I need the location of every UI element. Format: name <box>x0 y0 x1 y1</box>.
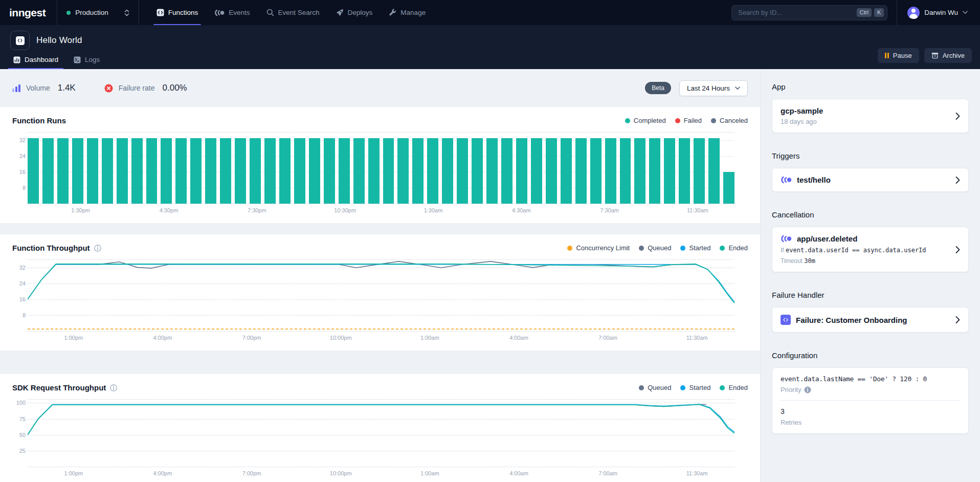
legend-dot <box>720 246 725 251</box>
chevron-right-icon <box>955 176 960 184</box>
legend-dot <box>639 385 644 390</box>
function-runs-panel: Function Runs CompletedFailedCanceled 81… <box>0 107 760 223</box>
y-axis-tick: 32 <box>15 137 26 143</box>
pause-button[interactable]: Pause <box>878 48 919 63</box>
legend-dot <box>720 385 725 390</box>
info-icon[interactable] <box>110 384 117 391</box>
info-icon[interactable] <box>94 245 101 252</box>
tab-dashboard[interactable]: Dashboard <box>8 51 63 69</box>
legend-dot <box>680 246 685 251</box>
y-axis-tick: 16 <box>15 169 26 175</box>
user-menu[interactable]: Darwin Wu <box>897 0 980 25</box>
chart-title: SDK Request Throughput <box>12 383 106 392</box>
x-axis-tick: 4:30am <box>512 207 531 213</box>
section-heading-app: App <box>772 82 969 91</box>
x-axis-tick: 11:30am <box>686 470 708 476</box>
title-row: Hello World <box>0 25 980 50</box>
divider <box>781 400 960 401</box>
bar <box>57 138 69 204</box>
bar <box>472 138 483 204</box>
chevron-up-down-icon <box>124 9 129 16</box>
x-axis-tick: 10:00pm <box>330 470 352 476</box>
bar <box>42 138 54 204</box>
chart-legend: Concurrency LimitQueuedStartedEnded <box>567 244 748 252</box>
retries-label: Retries <box>781 419 960 426</box>
chart-legend: QueuedStartedEnded <box>639 384 748 391</box>
x-axis-tick: 11:30am <box>686 335 708 341</box>
chevron-right-icon <box>955 112 960 120</box>
failure-handler-card[interactable]: Failure: Customer Onboarding <box>772 307 969 333</box>
series-line <box>28 405 734 435</box>
bar <box>72 138 83 204</box>
main-content: Volume 1.4K Failure rate 0.00% Beta Last… <box>0 69 980 482</box>
divider <box>139 0 139 25</box>
details-sidebar: App gcp-sample 18 days ago Triggers test… <box>761 69 980 482</box>
bar-series <box>28 132 734 204</box>
pause-icon <box>885 53 889 58</box>
bar <box>175 138 187 204</box>
series-line <box>28 404 734 435</box>
legend-item: Started <box>680 384 710 391</box>
cancellation-condition: If event.data.userId == async.data.userI… <box>781 247 960 254</box>
events-icon <box>214 9 225 16</box>
event-icon <box>781 235 792 243</box>
line-chart <box>28 399 734 467</box>
legend-dot <box>639 246 644 251</box>
legend-dot <box>625 118 630 123</box>
app-section: App gcp-sample 18 days ago <box>772 82 969 133</box>
series-line <box>28 405 706 435</box>
app-card[interactable]: gcp-sample 18 days ago <box>772 99 969 133</box>
trigger-event-name: test/hello <box>797 176 831 184</box>
nav-item-events[interactable]: Events <box>207 0 257 25</box>
x-axis-tick: 7:00am <box>598 470 617 476</box>
x-axis-tick: 4:00pm <box>153 470 172 476</box>
info-filled-icon[interactable] <box>804 386 811 393</box>
bar <box>575 138 587 204</box>
cancellation-timeout-value: 30m <box>804 257 815 265</box>
x-axis-tick: 1:30am <box>424 207 443 213</box>
bar <box>250 138 261 204</box>
time-range-dropdown[interactable]: Last 24 Hours <box>679 80 748 96</box>
nav-item-functions[interactable]: Functions <box>149 0 206 25</box>
bar <box>516 138 527 204</box>
legend-item: Failed <box>675 117 702 124</box>
bar <box>590 138 602 204</box>
legend-item: Canceled <box>711 117 748 124</box>
bar <box>117 138 128 204</box>
x-axis-tick: 7:00am <box>598 335 617 341</box>
bar <box>397 138 409 204</box>
functions-icon <box>157 9 164 16</box>
volume-label: Volume <box>26 84 50 92</box>
trigger-card[interactable]: test/hello <box>772 168 969 192</box>
nav-item-event-search[interactable]: Event Search <box>259 0 327 25</box>
bar <box>605 138 616 204</box>
bar <box>264 138 276 204</box>
cancellation-card[interactable]: app/user.deleted If event.data.userId ==… <box>772 227 969 272</box>
bar <box>457 138 468 204</box>
environment-selector[interactable]: Production <box>57 0 139 25</box>
beta-badge: Beta <box>645 82 671 94</box>
legend-dot <box>567 246 572 251</box>
search-input[interactable] <box>738 9 854 16</box>
nav-spacer <box>433 0 731 25</box>
bar <box>220 138 231 204</box>
bar <box>486 138 498 204</box>
nav-item-deploys[interactable]: Deploys <box>329 0 380 25</box>
chart-title: Function Runs <box>12 116 66 125</box>
tab-logs[interactable]: Logs <box>69 51 105 69</box>
y-axis-tick: 25 <box>15 448 26 454</box>
x-axis-tick: 1:00pm <box>64 335 83 341</box>
x-axis-tick: 4:00pm <box>153 335 172 341</box>
series-line <box>28 264 734 303</box>
function-throughput-panel: Function Throughput Concurrency LimitQue… <box>0 234 760 350</box>
bar <box>324 138 335 204</box>
legend-dot <box>680 385 685 390</box>
bar <box>427 138 438 204</box>
nav-item-manage[interactable]: Manage <box>382 0 433 25</box>
search-box[interactable]: Ctrl K <box>731 5 887 20</box>
archive-button[interactable]: Archive <box>924 48 972 63</box>
triggers-section: Triggers test/hello <box>772 151 969 192</box>
logs-icon <box>74 56 81 63</box>
function-icon <box>10 31 30 50</box>
section-heading-configuration: Configuration <box>772 351 969 360</box>
